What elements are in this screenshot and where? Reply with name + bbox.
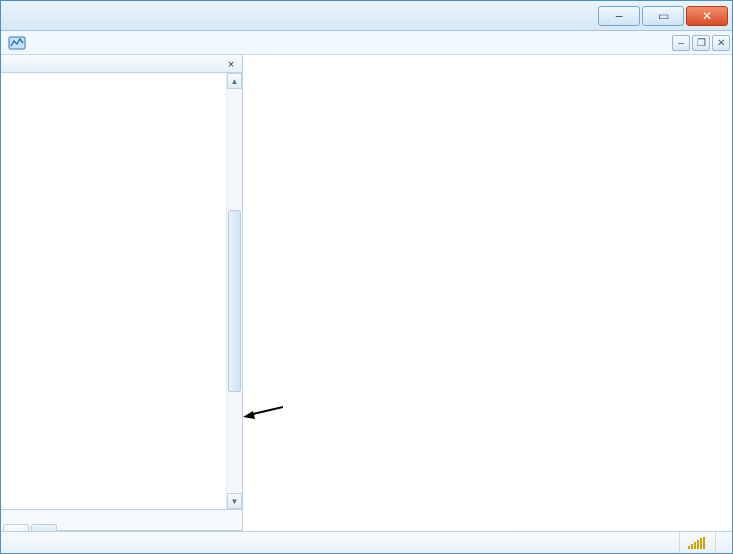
mdi-restore-button[interactable]: ❐ [692,35,710,51]
app-icon [7,34,27,52]
statusbar [1,531,732,553]
navigator-panel: × ▲ ▼ [1,55,243,531]
menu-view[interactable] [53,41,73,45]
status-transfer-pane [715,532,732,553]
scroll-track[interactable] [227,89,242,493]
workspace: × ▲ ▼ [1,55,732,531]
navigator-scrollbar[interactable]: ▲ ▼ [226,73,242,509]
mdi-close-button[interactable]: ✕ [712,35,730,51]
menu-tools[interactable] [113,41,133,45]
scroll-thumb[interactable] [228,210,241,392]
navigator-tree[interactable] [1,73,226,509]
menu-file[interactable] [33,41,53,45]
menu-window[interactable] [133,41,153,45]
menu-charts[interactable] [93,41,113,45]
navigator-titlebar: × [1,55,242,73]
tab-favorites[interactable] [31,524,57,531]
menubar: – ❐ ✕ [1,31,732,55]
svg-marker-2 [243,411,255,419]
navigator-tabs [1,509,242,531]
svg-line-1 [249,407,283,415]
navigator-body: ▲ ▼ [1,73,242,509]
tab-common[interactable] [3,524,29,531]
status-signal-pane [679,532,715,553]
scroll-down-button[interactable]: ▼ [227,493,242,509]
mdi-minimize-button[interactable]: – [672,35,690,51]
titlebar: – ▭ ✕ [1,1,732,31]
menu-insert[interactable] [73,41,93,45]
menu-help[interactable] [153,41,173,45]
chart-pane[interactable] [243,55,732,531]
app-window: – ▭ ✕ – ❐ ✕ × [0,0,733,554]
close-button[interactable]: ✕ [686,6,728,26]
signal-bars-icon [688,537,705,549]
minimize-button[interactable]: – [598,6,640,26]
scroll-up-button[interactable]: ▲ [227,73,242,89]
annotation-arrow-icon [243,403,283,419]
chart-canvas [243,55,543,205]
window-controls: – ▭ ✕ [596,6,728,26]
maximize-button[interactable]: ▭ [642,6,684,26]
navigator-close-button[interactable]: × [224,57,238,71]
